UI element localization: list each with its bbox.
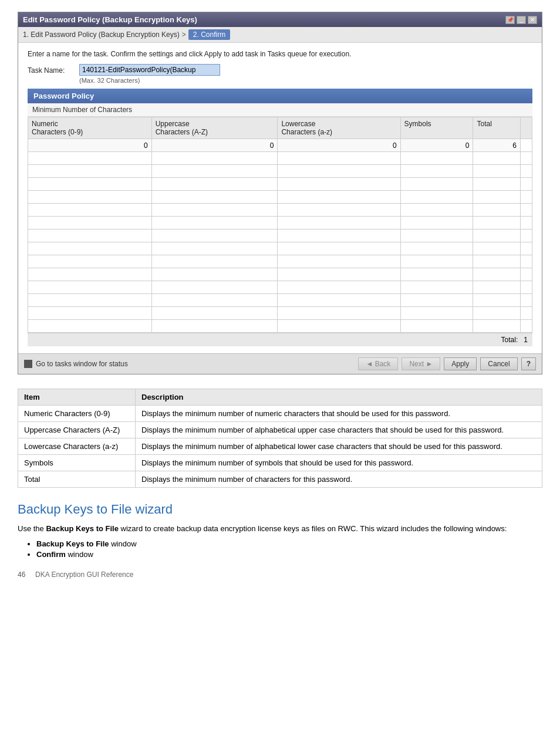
total-row: Total: 1 xyxy=(28,333,532,346)
page-number: 46 xyxy=(18,571,25,579)
item-description: Displays the minimum number of alphabeti… xyxy=(136,438,542,455)
close-button[interactable]: ✕ xyxy=(528,16,537,24)
table-row xyxy=(28,217,532,229)
bullet-1-bold: Backup Keys to File xyxy=(36,539,109,548)
list-item: Confirm window xyxy=(36,550,542,559)
table-row xyxy=(28,320,532,333)
table-row xyxy=(28,229,532,242)
table-row xyxy=(28,242,532,255)
list-item: Symbols Displays the minimum number of s… xyxy=(18,455,542,471)
cell-numeric: 0 xyxy=(28,139,152,152)
task-name-row: Task Name: (Max. 32 Characters) xyxy=(28,64,532,84)
step-2-label: 2. Confirm xyxy=(188,29,230,40)
dialog-footer: Go to tasks window for status ◄ Back Nex… xyxy=(18,353,542,374)
total-label: Total: xyxy=(501,336,518,344)
section-header: Password Policy xyxy=(28,89,532,103)
item-description: Displays the minimum number of character… xyxy=(136,471,542,488)
password-policy-section: Password Policy Minimum Number of Charac… xyxy=(28,89,532,346)
backup-keys-bold: Backup Keys to File xyxy=(46,524,119,533)
item-description: Displays the minimum number of alphabeti… xyxy=(136,422,542,438)
pin-button[interactable]: 📌 xyxy=(505,16,515,24)
item-label: Numeric Characters (0-9) xyxy=(18,406,136,422)
subsection-label: Minimum Number of Characters xyxy=(28,103,532,117)
item-label: Uppercase Characters (A-Z) xyxy=(18,422,136,438)
col-numeric: NumericCharacters (0-9) xyxy=(28,117,152,139)
cell-total: 6 xyxy=(473,139,521,152)
desc-header-item: Item xyxy=(18,389,136,406)
cell-lowercase: 0 xyxy=(278,139,400,152)
table-row xyxy=(28,178,532,191)
item-label: Total xyxy=(18,471,136,488)
table-row xyxy=(28,152,532,165)
backup-keys-body: Use the Backup Keys to File wizard to cr… xyxy=(18,523,542,535)
backup-keys-section: Backup Keys to File wizard Use the Backu… xyxy=(18,502,542,559)
total-value: 1 xyxy=(524,336,528,344)
task-name-label: Task Name: xyxy=(28,64,75,75)
item-label: Symbols xyxy=(18,455,136,471)
col-uppercase: UppercaseCharacters (A-Z) xyxy=(151,117,278,139)
table-row xyxy=(28,165,532,178)
status-checkbox[interactable] xyxy=(24,360,32,368)
goto-tasks-label: Go to tasks window for status xyxy=(36,360,128,368)
list-item: Uppercase Characters (A-Z) Displays the … xyxy=(18,422,542,438)
step-1-label: 1. Edit Password Policy (Backup Encrypti… xyxy=(23,31,180,39)
footer-left: Go to tasks window for status xyxy=(24,360,355,368)
list-item: Lowercase Characters (a-z) Displays the … xyxy=(18,438,542,455)
col-total: Total xyxy=(473,117,521,139)
page-footer: 46 DKA Encryption GUI Reference xyxy=(18,571,542,579)
table-row xyxy=(28,191,532,204)
bullet-2-bold: Confirm xyxy=(36,550,66,559)
back-button[interactable]: ◄ Back xyxy=(358,357,398,370)
list-item: Total Displays the minimum number of cha… xyxy=(18,471,542,488)
col-symbols: Symbols xyxy=(400,117,473,139)
table-row xyxy=(28,281,532,294)
task-name-input[interactable] xyxy=(79,64,220,76)
edit-password-policy-dialog: Edit Password Policy (Backup Encryption … xyxy=(18,12,542,374)
backup-keys-list: Backup Keys to File window Confirm windo… xyxy=(18,539,542,559)
cell-spacer xyxy=(521,139,532,152)
table-row: 0 0 0 0 6 xyxy=(28,139,532,152)
cancel-button[interactable]: Cancel xyxy=(480,357,517,370)
item-label: Lowercase Characters (a-z) xyxy=(18,438,136,455)
backup-keys-heading: Backup Keys to File wizard xyxy=(18,502,542,517)
step-arrow: > xyxy=(182,31,186,39)
list-item: Backup Keys to File window xyxy=(36,539,542,548)
list-item: Numeric Characters (0-9) Displays the mi… xyxy=(18,406,542,422)
col-spacer xyxy=(521,117,532,139)
desc-header-description: Description xyxy=(136,389,542,406)
task-name-input-area: (Max. 32 Characters) xyxy=(79,64,220,84)
max-chars-note: (Max. 32 Characters) xyxy=(79,77,220,84)
item-description: Displays the minimum number of symbols t… xyxy=(136,455,542,471)
instruction-text: Enter a name for the task. Confirm the s… xyxy=(28,50,532,58)
cell-uppercase: 0 xyxy=(151,139,278,152)
item-description: Displays the minimum number of numeric c… xyxy=(136,406,542,422)
dialog-title: Edit Password Policy (Backup Encryption … xyxy=(23,15,197,24)
dialog-body: Enter a name for the task. Confirm the s… xyxy=(18,43,542,353)
next-button[interactable]: Next ► xyxy=(402,357,440,370)
policy-table: NumericCharacters (0-9) UppercaseCharact… xyxy=(28,117,532,333)
minimize-button[interactable]: _ xyxy=(517,16,526,24)
help-button[interactable]: ? xyxy=(521,357,536,370)
table-row xyxy=(28,294,532,307)
doc-title: DKA Encryption GUI Reference xyxy=(35,571,133,579)
table-row xyxy=(28,204,532,217)
col-lowercase: LowercaseCharacters (a-z) xyxy=(278,117,400,139)
dialog-titlebar: Edit Password Policy (Backup Encryption … xyxy=(18,12,542,27)
table-row xyxy=(28,307,532,320)
titlebar-controls: 📌 _ ✕ xyxy=(505,16,537,24)
description-table: Item Description Numeric Characters (0-9… xyxy=(18,389,542,488)
cell-symbols: 0 xyxy=(400,139,473,152)
table-row xyxy=(28,268,532,281)
table-row xyxy=(28,255,532,268)
steps-bar: 1. Edit Password Policy (Backup Encrypti… xyxy=(18,27,542,43)
apply-button[interactable]: Apply xyxy=(444,357,477,370)
